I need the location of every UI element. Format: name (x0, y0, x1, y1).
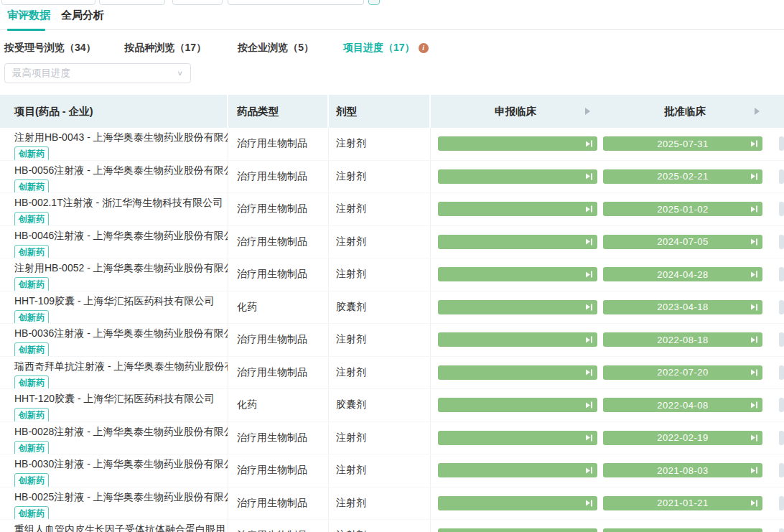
col-header-clinical-apply: 申报临床 (431, 95, 600, 128)
clinical-apply-progress-bar[interactable] (438, 202, 597, 216)
next-stage-bar-partial[interactable] (779, 398, 784, 412)
col-header-drug-type: 药品类型 (228, 95, 329, 128)
table-row: HHT-109胶囊 - 上海华汇拓医药科技有限公司 创新药 化药 胶囊剂 202… (0, 291, 784, 325)
next-stage-bar-partial[interactable] (779, 496, 784, 510)
clinical-approve-progress-bar[interactable]: 2021-01-21 (603, 496, 762, 510)
filter-input-partial-2[interactable] (99, 0, 165, 5)
page: 审评数据 全局分析 按受理号浏览（34） 按品种浏览（17） 按企业浏览（5） … (0, 0, 784, 532)
clinical-approve-progress-bar[interactable]: 2025-01-02 (603, 202, 762, 216)
clinical-approve-progress-bar[interactable]: 2022-04-08 (603, 398, 762, 412)
clinical-apply-progress-bar[interactable] (438, 398, 597, 412)
next-stage-cell (770, 389, 784, 421)
subtab-project-progress[interactable]: 项目进度（17） (343, 42, 415, 55)
step-forward-icon (586, 402, 593, 409)
clinical-approve-progress-bar[interactable]: 2022-08-18 (603, 332, 762, 347)
table-row: HB-0036注射液 - 上海华奥泰生物药业股份有限公司 创新药 治疗用生物制品… (0, 324, 784, 357)
subtab-by-acceptance-no[interactable]: 按受理号浏览（34） (4, 42, 96, 55)
subtab-by-variety[interactable]: 按品种浏览（17） (125, 42, 207, 55)
clinical-approve-progress-bar[interactable]: 2023-04-18 (603, 300, 762, 314)
clinical-apply-progress-bar[interactable] (438, 300, 597, 314)
max-progress-select[interactable]: 最高项目进度 ∨ (4, 63, 191, 83)
filter-input-partial-1[interactable] (1, 0, 95, 5)
next-stage-cell (770, 193, 784, 225)
step-forward-icon (586, 337, 593, 343)
drug-type-cell: 治疗用生物制品 (228, 487, 329, 520)
step-forward-icon (586, 467, 593, 474)
clinical-apply-progress-bar[interactable] (438, 431, 597, 445)
clinical-apply-progress-bar[interactable] (438, 332, 597, 347)
project-cell: HB-0028注射液 - 上海华奥泰生物药业股份有限公司 创新药 (0, 422, 228, 454)
dosage-form-cell: 胶囊剂 (329, 389, 431, 421)
clinical-approve-progress-bar[interactable]: 2021-08-03 (603, 463, 762, 477)
clinical-approve-progress-bar[interactable]: 2024-07-05 (603, 235, 762, 249)
sort-forward-icon[interactable] (755, 108, 760, 115)
clinical-apply-cell (431, 226, 600, 258)
filter-input-partial-3[interactable] (172, 0, 223, 5)
table-body: 注射用HB-0043 - 上海华奥泰生物药业股份有限公司 创新药 治疗用生物制品… (0, 128, 784, 532)
next-stage-bar-partial[interactable] (779, 463, 784, 477)
clinical-approve-progress-bar[interactable]: 2024-04-28 (603, 267, 762, 281)
clinical-approve-date: 2025-02-21 (657, 171, 709, 182)
drug-type-cell: 治疗用生物制品 (228, 258, 329, 291)
filter-input-partial-4[interactable] (228, 0, 364, 5)
table-row: HHT-120胶囊 - 上海华汇拓医药科技有限公司 创新药 化药 胶囊剂 202… (0, 389, 784, 422)
subtab-by-company[interactable]: 按企业浏览（5） (238, 42, 314, 55)
clinical-apply-cell (431, 258, 600, 291)
next-stage-bar-partial[interactable] (779, 332, 784, 347)
next-stage-bar-partial[interactable] (779, 267, 784, 281)
tab-review-data[interactable]: 审评数据 (7, 9, 50, 22)
project-cell: HB-002.1T注射液 - 浙江华海生物科技有限公司 创新药 (0, 193, 228, 225)
dosage-form-cell: 注射剂 (329, 226, 431, 258)
next-stage-bar-partial[interactable] (779, 365, 784, 380)
next-stage-bar-partial[interactable] (779, 300, 784, 314)
clinical-apply-cell (431, 193, 600, 225)
clinical-approve-cell: 2022-07-20 (600, 357, 770, 389)
clinical-approve-cell: 2022-02-19 (600, 422, 770, 454)
next-stage-bar-partial[interactable] (779, 136, 784, 151)
clinical-apply-progress-bar[interactable] (438, 365, 597, 380)
next-stage-bar-partial[interactable] (779, 528, 784, 532)
clinical-approve-cell: 2024-04-28 (600, 258, 770, 291)
clinical-apply-progress-bar[interactable] (438, 496, 597, 510)
next-stage-bar-partial[interactable] (779, 169, 784, 184)
drug-type-cell: 治疗用生物制品 (228, 128, 329, 160)
clinical-apply-progress-bar[interactable] (438, 463, 597, 477)
info-icon[interactable]: i (419, 43, 429, 53)
clinical-approve-date: 2022-08-18 (657, 335, 709, 345)
next-stage-bar-partial[interactable] (779, 202, 784, 216)
clinical-apply-progress-bar[interactable] (438, 136, 597, 151)
dosage-form-cell: 注射剂 (329, 128, 431, 160)
clinical-approve-cell: 2025-01-02 (600, 193, 770, 225)
project-name: 重组人血管内皮生长因子受体抗体融合蛋白眼用 (14, 523, 228, 532)
clinical-apply-progress-bar[interactable] (438, 267, 597, 281)
clinical-apply-cell (431, 161, 600, 193)
next-stage-cell (770, 422, 784, 454)
clinical-approve-progress-bar[interactable]: 2025-07-31 (603, 136, 762, 151)
col-header-next-partial (770, 95, 784, 128)
step-forward-icon (586, 500, 593, 506)
sort-forward-icon[interactable] (585, 108, 590, 115)
project-name: HB-0030注射液 - 上海华奥泰生物药业股份有限公司 (14, 458, 228, 471)
clinical-apply-progress-bar[interactable] (438, 169, 597, 184)
clinical-approve-progress-bar[interactable]: 2020-11-17 (603, 528, 762, 532)
filter-confirm-button-partial[interactable] (368, 0, 380, 5)
clinical-approve-progress-bar[interactable]: 2022-07-20 (603, 365, 762, 380)
dosage-form-cell: 注射剂 (329, 193, 431, 225)
clinical-approve-cell: 2025-07-31 (600, 128, 770, 160)
next-stage-bar-partial[interactable] (779, 431, 784, 445)
clinical-approve-progress-bar[interactable]: 2025-02-21 (603, 169, 762, 184)
next-stage-cell (770, 161, 784, 193)
clinical-apply-progress-bar[interactable] (438, 528, 597, 532)
dosage-form-cell: 注射剂 (329, 422, 431, 454)
innovative-drug-badge: 创新药 (14, 179, 49, 193)
project-name: 瑞西奇拜单抗注射液 - 上海华奥泰生物药业股份有限公司 (14, 360, 228, 373)
clinical-apply-progress-bar[interactable] (438, 235, 597, 249)
drug-type-cell: 化药 (228, 291, 329, 324)
drug-type-cell: 化药 (228, 389, 329, 421)
clinical-approve-progress-bar[interactable]: 2022-02-19 (603, 431, 762, 445)
step-forward-icon (751, 206, 758, 213)
tab-global-analysis[interactable]: 全局分析 (61, 9, 104, 22)
innovative-drug-badge: 创新药 (14, 277, 49, 291)
clinical-approve-cell: 2023-04-18 (600, 291, 770, 324)
next-stage-bar-partial[interactable] (779, 235, 784, 249)
